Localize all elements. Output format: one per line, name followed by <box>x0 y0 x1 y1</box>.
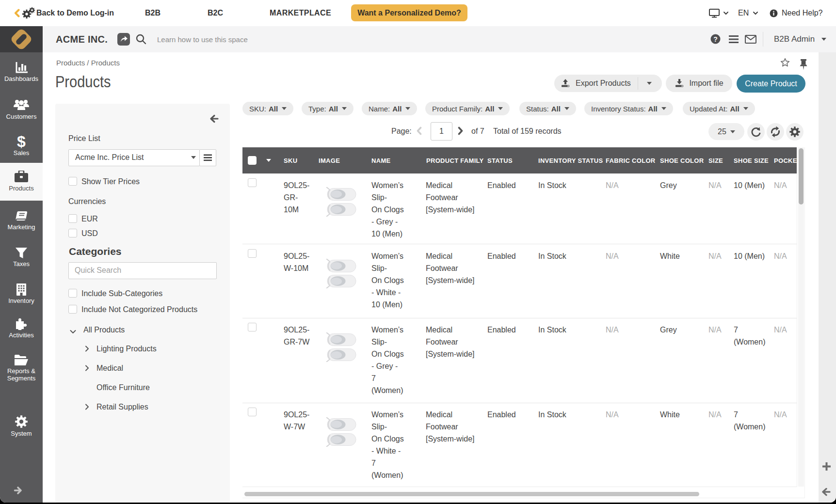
svg-text:?: ? <box>713 35 718 43</box>
